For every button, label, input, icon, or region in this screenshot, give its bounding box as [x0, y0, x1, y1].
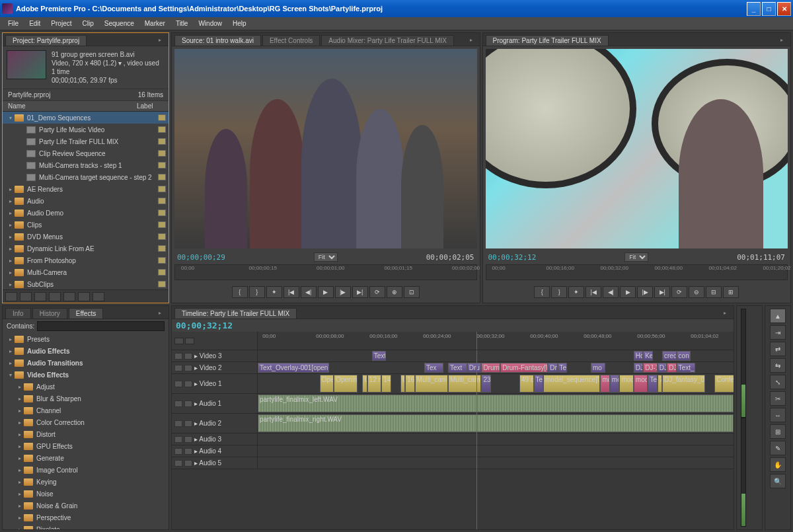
track-content[interactable]: Text_Overlay-001[open]0TexTextDruDrumDru… [258, 362, 734, 373]
timeline-timecode[interactable]: 00;00;32;12 [176, 321, 233, 330]
track-header[interactable]: ▸ Audio 3 [172, 434, 258, 445]
twisty-icon[interactable]: ▾ [7, 115, 15, 121]
tab-effects[interactable]: Effects [69, 308, 103, 319]
goto-out-button[interactable]: ▶| [654, 286, 670, 298]
tab-timeline[interactable]: Timeline: Party Life Trailer FULL MIX [174, 308, 297, 319]
label-swatch[interactable] [158, 150, 166, 157]
source-time-ruler[interactable]: 00;0000;00;00;1500;00;01;0000;00;01;1500… [174, 264, 477, 280]
timeline-clip[interactable]: DJ_fantasy_001 [662, 375, 705, 393]
tab-source[interactable]: Effect Controls [262, 35, 320, 46]
set-marker-button[interactable]: ✦ [568, 286, 584, 298]
track-header[interactable]: ▸ Audio 1 [172, 394, 258, 413]
program-video-display[interactable] [486, 49, 788, 248]
label-swatch[interactable] [158, 269, 166, 276]
timeline-clip[interactable]: mode [634, 375, 648, 393]
twisty-icon[interactable]: ▸ [7, 360, 15, 366]
panel-menu-icon[interactable] [724, 309, 732, 317]
project-item[interactable]: Party Life Trailer FULL MIX [3, 135, 169, 147]
selection-tool[interactable]: ▲ [770, 309, 786, 323]
timeline-clip[interactable]: credi [662, 351, 677, 361]
slide-tool[interactable]: ⊞ [770, 424, 786, 439]
maximize-button[interactable]: □ [762, 2, 776, 16]
snap-toggle[interactable] [174, 338, 184, 344]
effect-item[interactable]: ▸Distort [3, 428, 169, 440]
tab-info[interactable]: Info [5, 308, 31, 319]
twisty-icon[interactable]: ▸ [16, 503, 24, 509]
toggle-output-icon[interactable] [174, 436, 182, 443]
play-button[interactable]: ▶ [318, 286, 334, 298]
column-name[interactable]: Name [8, 102, 132, 110]
label-swatch[interactable] [158, 233, 166, 240]
extract-button[interactable]: ⊟ [706, 286, 722, 298]
effect-item[interactable]: ▸GPU Effects [3, 440, 169, 452]
effect-item[interactable]: ▸Image Control [3, 464, 169, 476]
toggle-lock-icon[interactable] [184, 381, 192, 387]
timeline-clip[interactable]: DJ [634, 363, 643, 373]
menu-window[interactable]: Window [193, 19, 227, 28]
project-item[interactable]: ▾01_Demo Sequences [3, 112, 169, 124]
timeline-clip[interactable]: Ke [643, 351, 652, 361]
timeline-clip[interactable]: Drum-Fantasy[DV]-0 [500, 363, 548, 373]
step-fwd-button[interactable]: |▶ [637, 286, 653, 298]
project-item[interactable]: Party Life Music Video [3, 124, 169, 135]
step-back-button[interactable]: ◀| [301, 286, 317, 298]
track-header[interactable]: ▸ Video 3 [172, 350, 258, 361]
menu-edit[interactable]: Edit [24, 19, 46, 28]
timeline-ruler[interactable]: 00;0000;00;08;0000;00;16;0000;00;24;0000… [258, 332, 734, 350]
label-swatch[interactable] [158, 126, 166, 133]
program-zoom-select[interactable]: Fit [624, 252, 648, 262]
trim-button[interactable]: ⊞ [723, 286, 739, 298]
hand-tool[interactable]: ✋ [770, 457, 786, 472]
panel-menu-icon[interactable] [159, 36, 167, 44]
track-content[interactable]: partylife_finalmix_right.WAV [258, 414, 734, 433]
mark-out-button[interactable]: } [249, 286, 265, 298]
timeline-clip[interactable]: 14A [381, 375, 391, 393]
toggle-output-icon[interactable] [174, 460, 182, 467]
label-swatch[interactable] [158, 162, 166, 169]
mark-in-button[interactable]: { [232, 286, 248, 298]
timeline-clip[interactable]: Te [558, 363, 567, 373]
goto-in-button[interactable]: |◀ [585, 286, 601, 298]
track-header[interactable]: ▸ Video 1 [172, 374, 258, 393]
tab-project[interactable]: Project: Partylife.prproj [5, 35, 87, 46]
effect-item[interactable]: ▸Blur & Sharpen [3, 393, 169, 404]
timeline-clip[interactable]: Text_ [677, 363, 696, 373]
close-button[interactable]: ✕ [777, 2, 791, 16]
twisty-icon[interactable]: ▸ [16, 432, 24, 437]
goto-in-button[interactable]: |◀ [283, 286, 299, 298]
effect-item[interactable]: ▸Perspective [3, 512, 169, 523]
timeline-clip[interactable]: mod [619, 375, 634, 393]
delete-button[interactable] [93, 292, 104, 301]
toggle-lock-icon[interactable] [184, 353, 192, 360]
timeline-clip[interactable]: partylife_finalmix_right.WAV [258, 414, 734, 432]
timeline-clip[interactable]: Open [320, 375, 334, 393]
label-swatch[interactable] [158, 257, 166, 264]
twisty-icon[interactable]: ▸ [7, 270, 15, 276]
track-content[interactable]: OpenOpening_C12 ma14AC16Multi_camMulti_c… [258, 374, 734, 393]
automate-button[interactable] [34, 292, 46, 301]
toggle-lock-icon[interactable] [184, 448, 192, 455]
menu-marker[interactable]: Marker [139, 19, 170, 28]
toggle-lock-icon[interactable] [184, 460, 192, 467]
project-item[interactable]: ▸Multi-Camera [3, 266, 169, 278]
project-item[interactable]: ▸From Photoshop [3, 254, 169, 266]
project-item[interactable]: ▸Audio [3, 195, 169, 207]
twisty-icon[interactable]: ▸ [7, 222, 15, 228]
effect-item[interactable]: ▸Audio Transitions [3, 357, 169, 369]
timeline-clip[interactable]: Drum [481, 363, 500, 373]
find-button[interactable] [49, 292, 61, 301]
timeline-clip[interactable]: DJ [658, 363, 667, 373]
twisty-icon[interactable]: ▾ [7, 372, 15, 378]
step-fwd-button[interactable]: |▶ [335, 286, 351, 298]
twisty-icon[interactable]: ▸ [16, 455, 24, 461]
timeline-clip[interactable]: con [677, 351, 691, 361]
effect-item[interactable]: ▸Channel [3, 404, 169, 416]
timeline-clip[interactable]: 49 c [519, 375, 534, 393]
track-content[interactable] [258, 434, 734, 445]
label-swatch[interactable] [158, 174, 166, 180]
ripple-edit-tool[interactable]: ⇄ [770, 342, 786, 356]
effects-search-input[interactable] [37, 321, 165, 331]
timeline-clip[interactable]: Hc [634, 351, 643, 361]
menu-title[interactable]: Title [170, 19, 194, 28]
new-item-button[interactable] [78, 292, 90, 301]
